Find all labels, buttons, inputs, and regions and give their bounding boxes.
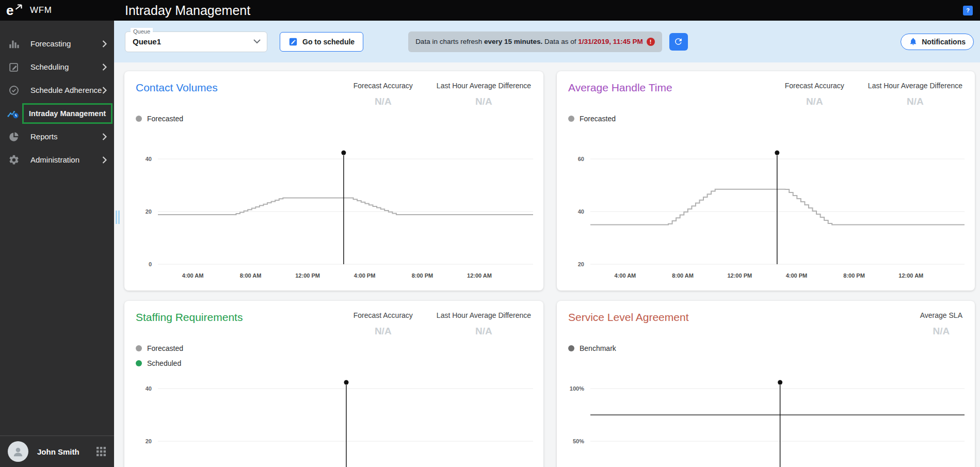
- notice-prefix: Data in charts refresh: [415, 38, 484, 45]
- legend-label: Forecasted: [580, 115, 616, 123]
- stat: Forecast AccuracyN/A: [785, 82, 844, 107]
- edit-icon: [7, 61, 21, 73]
- chart-legend: Benchmark: [568, 344, 975, 352]
- active-item-highlight: Intraday Management: [22, 103, 113, 124]
- contact-volumes-chart[interactable]: 402004:00 AM8:00 AM12:00 PM4:00 PM8:00 P…: [124, 149, 543, 284]
- chart-stats: Forecast AccuracyN/ALast Hour Average Di…: [785, 82, 962, 107]
- edit-schedule-icon: [288, 37, 298, 46]
- sidebar-item-label: Reports: [30, 132, 58, 141]
- svg-text:0: 0: [149, 261, 152, 267]
- queue-select[interactable]: Queue Queue1: [125, 31, 267, 52]
- chart-legend: Forecasted: [568, 115, 975, 123]
- service-level-agreement-chart[interactable]: 100%50%0%4:00 AM8:00 AM12:00 PM4:00 PM8:…: [557, 378, 975, 467]
- sidebar-item-forecasting[interactable]: Forecasting: [0, 32, 114, 55]
- legend-dot: [568, 116, 574, 122]
- chart-title: Staffing Requirements: [136, 311, 243, 337]
- svg-text:20: 20: [146, 438, 152, 444]
- chevron-right-icon: [102, 40, 107, 48]
- toolbar: Queue Queue1 Go to schedule Data in char…: [114, 21, 980, 62]
- queue-select-label: Queue: [131, 28, 153, 35]
- panel-resize-handle[interactable]: [116, 211, 120, 224]
- sidebar-item-administration[interactable]: Administration: [0, 148, 114, 171]
- legend-item: Benchmark: [568, 344, 975, 352]
- card-head: Staffing RequirementsForecast AccuracyN/…: [124, 301, 543, 337]
- charts-grid: Contact VolumesForecast AccuracyN/ALast …: [114, 62, 980, 467]
- stat: Forecast AccuracyN/A: [354, 311, 413, 337]
- staffing-requirements-chart[interactable]: 402004:00 AM8:00 AM12:00 PM4:00 PM8:00 P…: [124, 378, 543, 467]
- chevron-right-icon: [102, 86, 107, 94]
- legend-dot: [136, 360, 142, 366]
- chevron-right-icon: [102, 156, 107, 164]
- chart-card-contact-volumes: Contact VolumesForecast AccuracyN/ALast …: [124, 71, 543, 291]
- check-circle-icon: [7, 85, 21, 96]
- svg-text:4:00 AM: 4:00 AM: [182, 272, 204, 279]
- legend-label: Benchmark: [580, 344, 616, 352]
- notice-middle: Data as of: [542, 38, 578, 45]
- stat-value: N/A: [785, 96, 844, 107]
- card-head: Service Level AgreementAverage SLAN/A: [557, 301, 975, 337]
- stat: Last Hour Average DifferenceN/A: [437, 82, 531, 107]
- svg-text:100%: 100%: [570, 385, 584, 392]
- stat: Average SLAN/A: [920, 311, 962, 337]
- chart-title: Contact Volumes: [136, 82, 218, 107]
- sidebar-item-label: Administration: [30, 155, 79, 164]
- sidebar-item-reports[interactable]: Reports: [0, 125, 114, 148]
- chevron-right-icon: [102, 133, 107, 141]
- stat-value: N/A: [868, 96, 962, 107]
- sidebar-item-label: Intraday Management: [29, 109, 106, 118]
- go-to-schedule-label: Go to schedule: [302, 38, 355, 46]
- stat: Forecast AccuracyN/A: [354, 82, 413, 107]
- sidebar-item-intraday-management[interactable]: Intraday Management: [0, 102, 114, 125]
- chart-card-service-level-agreement: Service Level AgreementAverage SLAN/ABen…: [557, 301, 975, 467]
- svg-text:12:00 AM: 12:00 AM: [898, 272, 923, 279]
- svg-text:12:00 PM: 12:00 PM: [295, 272, 320, 279]
- gear-icon: [7, 154, 21, 166]
- svg-text:40: 40: [146, 156, 152, 162]
- sidebar-item-scheduling[interactable]: Scheduling: [0, 55, 114, 78]
- legend-item: Forecasted: [136, 115, 543, 123]
- stat: Last Hour Average DifferenceN/A: [437, 311, 531, 337]
- stat-value: N/A: [437, 326, 531, 337]
- chart-legend: Forecasted: [136, 115, 543, 123]
- chart-legend: ForecastedScheduled: [136, 344, 543, 367]
- pie-chart-icon: [7, 131, 21, 142]
- notice-interval: every 15 minutes.: [484, 38, 542, 45]
- svg-text:4:00 AM: 4:00 AM: [615, 272, 636, 279]
- stat-label: Average SLA: [920, 311, 962, 319]
- intraday-chart-icon: [7, 107, 20, 120]
- stat-label: Last Hour Average Difference: [868, 82, 962, 90]
- card-head: Contact VolumesForecast AccuracyN/ALast …: [124, 71, 543, 107]
- svg-text:8:00 AM: 8:00 AM: [672, 272, 694, 279]
- main-content: Queue Queue1 Go to schedule Data in char…: [114, 21, 980, 467]
- legend-label: Forecasted: [147, 344, 183, 352]
- svg-text:40: 40: [146, 385, 152, 392]
- queue-select-value: Queue1: [133, 37, 161, 46]
- refresh-icon: [673, 37, 683, 46]
- sidebar-item-schedule-adherence[interactable]: Schedule Adherence: [0, 78, 114, 102]
- chart-stats: Forecast AccuracyN/ALast Hour Average Di…: [354, 311, 531, 337]
- average-handle-time-chart[interactable]: 6040204:00 AM8:00 AM12:00 PM4:00 PM8:00 …: [557, 149, 975, 284]
- svg-text:4:00 PM: 4:00 PM: [354, 272, 376, 279]
- sidebar-item-label: Scheduling: [30, 62, 69, 71]
- svg-text:e: e: [6, 4, 13, 17]
- svg-text:40: 40: [578, 208, 584, 215]
- stat-label: Last Hour Average Difference: [437, 82, 531, 90]
- stat-value: N/A: [437, 96, 531, 107]
- stat: Last Hour Average DifferenceN/A: [868, 82, 962, 107]
- person-icon: [11, 445, 25, 458]
- help-icon[interactable]: ?: [963, 6, 973, 15]
- refresh-button[interactable]: [669, 33, 688, 51]
- legend-label: Scheduled: [147, 359, 181, 367]
- svg-text:20: 20: [578, 261, 584, 267]
- svg-text:20: 20: [146, 208, 152, 215]
- legend-dot: [136, 116, 142, 122]
- go-to-schedule-button[interactable]: Go to schedule: [280, 32, 363, 52]
- notifications-button[interactable]: Notifications: [901, 34, 974, 50]
- chart-title: Average Handle Time: [568, 82, 672, 107]
- stat-value: N/A: [354, 326, 413, 337]
- svg-text:12:00 PM: 12:00 PM: [727, 272, 752, 279]
- chart-title: Service Level Agreement: [568, 311, 688, 337]
- apps-grid-icon[interactable]: [96, 446, 106, 457]
- bar-chart-icon: [7, 38, 21, 50]
- avatar[interactable]: [8, 441, 28, 462]
